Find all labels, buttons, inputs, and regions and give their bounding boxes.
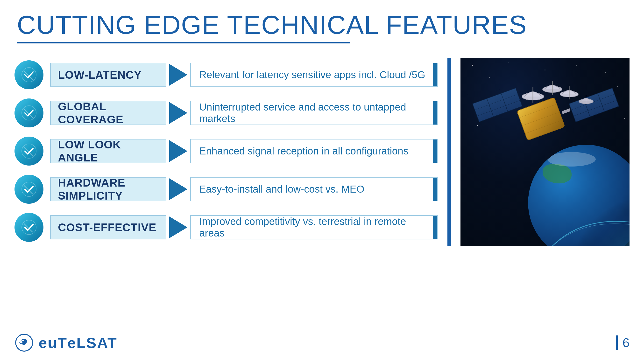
svg-rect-30 [472, 88, 522, 122]
arrow-container-2 [166, 102, 190, 124]
vertical-separator [448, 58, 451, 246]
feature-label-box-low-latency: LOW-LATENCY [50, 63, 166, 87]
circle-icon-global-coverage [14, 98, 44, 127]
svg-point-51 [542, 174, 630, 246]
checkmark-icon-5 [20, 219, 38, 236]
description-box-low-latency: Relevant for latency sensitive apps incl… [190, 63, 438, 87]
page-container: CUTTING EDGE TECHNICAL FEATURES LOW-LATE… [0, 0, 644, 362]
main-layout: LOW-LATENCY Relevant for latency sensiti… [14, 60, 630, 246]
svg-point-20 [624, 118, 625, 119]
feature-row-cost-effective: COST-EFFECTIVE Improved competitivity vs… [14, 213, 438, 242]
arrow-right-4 [169, 178, 188, 200]
feature-label-global-coverage: GLOBAL COVERAGE [58, 100, 158, 126]
svg-point-8 [22, 220, 36, 235]
description-text-global-coverage: Uninterrupted service and access to unta… [199, 101, 429, 124]
svg-point-6 [22, 182, 36, 196]
arrow-container-4 [166, 178, 190, 200]
description-box-global-coverage: Uninterrupted service and access to unta… [190, 101, 438, 125]
description-text-low-look-angle: Enhanced signal reception in all configu… [199, 145, 408, 157]
feature-row-hardware-simplicity: HARDWARE SIMPLICITY Easy-to-install and … [14, 175, 438, 204]
arrow-right-5 [169, 217, 188, 238]
description-box-hardware-simplicity: Easy-to-install and low-cost vs. MEO [190, 177, 438, 201]
feature-label-box-cost-effective: COST-EFFECTIVE [50, 215, 166, 239]
description-box-low-look-angle: Enhanced signal reception in all configu… [190, 139, 438, 163]
checkmark-icon-4 [20, 181, 38, 198]
description-text-low-latency: Relevant for latency sensitive apps incl… [199, 69, 425, 81]
circle-icon-hardware-simplicity [14, 175, 44, 204]
arrow-right-2 [169, 102, 188, 124]
feature-row-low-look-angle: LOW LOOK ANGLE Enhanced signal reception… [14, 137, 438, 166]
title-underline [17, 42, 350, 43]
svg-point-12 [508, 62, 509, 63]
feature-label-cost-effective: COST-EFFECTIVE [58, 221, 156, 234]
arrow-container-5 [166, 217, 190, 238]
logo-container: euTeLSAT [14, 333, 117, 352]
circle-icon-low-latency [14, 60, 44, 89]
description-box-cost-effective: Improved competitivity vs. terrestrial i… [190, 215, 438, 239]
page-number: 6 [622, 336, 630, 350]
circle-icon-low-look-angle [14, 137, 44, 166]
feature-label-box-low-look-angle: LOW LOOK ANGLE [50, 139, 166, 163]
checkmark-icon [20, 66, 38, 83]
eutelsat-logo-icon [14, 333, 34, 352]
footer: euTeLSAT 6 [0, 333, 644, 352]
arrow-container-1 [166, 64, 190, 86]
feature-label-low-latency: LOW-LATENCY [58, 68, 142, 81]
arrow-container-3 [166, 140, 190, 162]
feature-label-box-global-coverage: GLOBAL COVERAGE [50, 101, 166, 125]
feature-row-low-latency: LOW-LATENCY Relevant for latency sensiti… [14, 60, 438, 89]
circle-icon-cost-effective [14, 213, 44, 242]
feature-label-hardware-simplicity: HARDWARE SIMPLICITY [58, 176, 158, 202]
page-number-container: 6 [616, 336, 630, 350]
page-title: CUTTING EDGE TECHNICAL FEATURES [14, 10, 630, 40]
arrow-right-3 [169, 140, 188, 162]
features-section: LOW-LATENCY Relevant for latency sensiti… [14, 60, 448, 242]
feature-row-global-coverage: GLOBAL COVERAGE Uninterrupted service an… [14, 98, 438, 127]
page-separator [616, 336, 618, 350]
eutelsat-logo-text: euTeLSAT [39, 334, 117, 351]
checkmark-icon-3 [20, 143, 38, 160]
checkmark-icon-2 [20, 104, 38, 121]
satellite-image [460, 58, 630, 246]
svg-point-2 [22, 106, 36, 120]
satellite-image-section [460, 58, 630, 246]
description-text-cost-effective: Improved competitivity vs. terrestrial i… [199, 216, 429, 239]
feature-label-box-hardware-simplicity: HARDWARE SIMPLICITY [50, 177, 166, 201]
svg-rect-38 [562, 108, 570, 114]
arrow-right-1 [169, 64, 188, 86]
earth-glow-svg [533, 174, 630, 246]
svg-point-0 [22, 67, 36, 82]
description-text-hardware-simplicity: Easy-to-install and low-cost vs. MEO [199, 183, 364, 195]
satellite-svg [465, 65, 622, 186]
svg-point-4 [22, 144, 36, 158]
feature-label-low-look-angle: LOW LOOK ANGLE [58, 138, 158, 164]
